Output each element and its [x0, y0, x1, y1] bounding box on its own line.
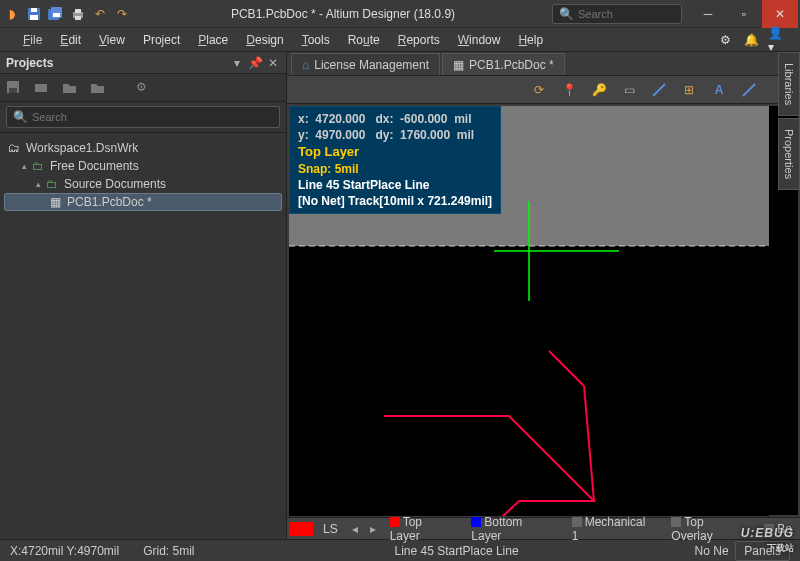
layer-bar: LS ◂ ▸ Top Layer Bottom Layer Mechanical… [287, 517, 800, 539]
save-all-icon[interactable] [46, 4, 66, 24]
tab-libraries[interactable]: Libraries [778, 52, 800, 116]
status-right: No Ne Panels [695, 544, 790, 558]
svg-rect-5 [53, 13, 60, 17]
pen-icon[interactable] [738, 79, 760, 101]
menu-window[interactable]: Window [449, 30, 510, 50]
snap-icon[interactable]: 📍 [558, 79, 580, 101]
layer-bottom[interactable]: Bottom Layer [465, 515, 561, 543]
status-message: Line 45 StartPlace Line [219, 544, 695, 558]
projects-search[interactable]: 🔍 [6, 106, 280, 128]
menu-file[interactable]: File [14, 30, 51, 50]
menu-edit[interactable]: Edit [51, 30, 90, 50]
panel-close-icon[interactable]: ✕ [266, 56, 280, 70]
redo-icon[interactable]: ↷ [112, 4, 132, 24]
projects-title: Projects [6, 56, 226, 70]
status-coord: X:4720mil Y:4970mil [10, 544, 119, 558]
menu-reports[interactable]: Reports [389, 30, 449, 50]
projects-search-input[interactable] [32, 111, 273, 123]
svg-rect-2 [31, 8, 37, 12]
svg-rect-1 [30, 15, 38, 20]
tool-icon[interactable]: ⟳ [528, 79, 550, 101]
pcb-canvas[interactable]: x: 4720.000 dx: -600.000 mil y: 4970.000… [289, 106, 798, 515]
projects-panel: Projects ▾ 📌 ✕ ⚙ 🔍 🗂 Workspace1.DsnWrk [0, 52, 287, 539]
projects-header: Projects ▾ 📌 ✕ [0, 52, 286, 74]
work-area: ⌂ License Management ▦ PCB1.PcbDoc * ⟳ 📍… [287, 52, 800, 539]
user-icon[interactable]: 👤▾ [768, 31, 786, 49]
save-icon[interactable] [6, 80, 22, 96]
home-icon: ⌂ [302, 58, 309, 72]
collapse-icon[interactable]: ▴ [32, 179, 44, 189]
text-icon[interactable]: A [708, 79, 730, 101]
menu-view[interactable]: View [90, 30, 134, 50]
grid-icon[interactable]: ⊞ [678, 79, 700, 101]
panel-menu-icon[interactable]: ▾ [230, 56, 244, 70]
folder-icon: 🗀 [44, 177, 60, 191]
window-title: PCB1.PcbDoc * - Altium Designer (18.0.9) [134, 7, 552, 21]
coordinate-hud: x: 4720.000 dx: -600.000 mil y: 4970.000… [289, 106, 501, 214]
search-icon: 🔍 [559, 7, 574, 21]
menu-tools[interactable]: Tools [293, 30, 339, 50]
menu-project[interactable]: Project [134, 30, 189, 50]
tree-pcbdoc[interactable]: ▦ PCB1.PcbDoc * [4, 193, 282, 211]
ls-label[interactable]: LS [317, 522, 344, 536]
tab-properties[interactable]: Properties [778, 118, 800, 190]
layer-next[interactable]: ▸ [366, 522, 380, 536]
status-grid: Grid: 5mil [143, 544, 194, 558]
pcb-file-icon: ▦ [47, 195, 63, 209]
undo-icon[interactable]: ↶ [90, 4, 110, 24]
line-icon[interactable] [648, 79, 670, 101]
folder2-icon[interactable] [90, 80, 106, 96]
title-bar: ◗ ↶ ↷ PCB1.PcbDoc * - Altium Designer (1… [0, 0, 800, 28]
minimize-button[interactable]: ─ [690, 0, 726, 28]
rect-icon[interactable]: ▭ [618, 79, 640, 101]
global-search-input[interactable] [578, 8, 675, 20]
collapse-icon[interactable]: ▴ [18, 161, 30, 171]
tree-free-documents[interactable]: ▴ 🗀 Free Documents [4, 157, 282, 175]
layer-prev[interactable]: ◂ [348, 522, 362, 536]
layer-overlay[interactable]: Top Overlay [665, 515, 754, 543]
menu-design[interactable]: Design [237, 30, 292, 50]
menu-bar: File Edit View Project Place Design Tool… [0, 28, 800, 52]
svg-rect-7 [75, 9, 81, 13]
close-button[interactable]: ✕ [762, 0, 798, 28]
svg-rect-8 [75, 16, 81, 20]
svg-line-13 [743, 84, 755, 96]
current-layer-swatch[interactable] [289, 522, 313, 536]
editor-toolbar: ⟳ 📍 🔑 ▭ ⊞ A [287, 76, 800, 104]
menu-help[interactable]: Help [509, 30, 552, 50]
document-tabs: ⌂ License Management ▦ PCB1.PcbDoc * [287, 52, 800, 76]
layer-top[interactable]: Top Layer [384, 515, 462, 543]
settings-icon[interactable]: ⚙ [136, 80, 152, 96]
panel-pin-icon[interactable]: 📌 [248, 56, 262, 70]
tab-license-management[interactable]: ⌂ License Management [291, 53, 440, 75]
print-icon[interactable] [68, 4, 88, 24]
global-search[interactable]: 🔍 [552, 4, 682, 24]
projects-toolbar: ⚙ [0, 74, 286, 102]
tree-source-documents[interactable]: ▴ 🗀 Source Documents [4, 175, 282, 193]
projects-search-row: 🔍 [0, 102, 286, 133]
compile-icon[interactable] [34, 80, 50, 96]
bell-icon[interactable]: 🔔 [742, 31, 760, 49]
layer-mechanical[interactable]: Mechanical 1 [566, 515, 662, 543]
svg-line-12 [653, 84, 665, 96]
pcb-icon: ▦ [453, 58, 464, 72]
svg-rect-11 [35, 84, 47, 92]
key-icon[interactable]: 🔑 [588, 79, 610, 101]
app-logo-icon: ◗ [2, 4, 22, 24]
panels-button[interactable]: Panels [735, 541, 790, 561]
search-icon: 🔍 [13, 110, 28, 124]
workspace-icon: 🗂 [6, 141, 22, 155]
svg-rect-10 [9, 88, 17, 93]
menu-place[interactable]: Place [189, 30, 237, 50]
gear-icon[interactable]: ⚙ [716, 31, 734, 49]
main-area: Projects ▾ 📌 ✕ ⚙ 🔍 🗂 Workspace1.DsnWrk [0, 52, 800, 539]
save-icon[interactable] [24, 4, 44, 24]
layer-more[interactable]: Bo [758, 522, 798, 536]
folder-icon[interactable] [62, 80, 78, 96]
tree-workspace[interactable]: 🗂 Workspace1.DsnWrk [4, 139, 282, 157]
projects-tree: 🗂 Workspace1.DsnWrk ▴ 🗀 Free Documents ▴… [0, 133, 286, 539]
maximize-button[interactable]: ▫ [726, 0, 762, 28]
folder-icon: 🗀 [30, 159, 46, 173]
tab-pcbdoc[interactable]: ▦ PCB1.PcbDoc * [442, 53, 565, 75]
menu-route[interactable]: Route [339, 30, 389, 50]
